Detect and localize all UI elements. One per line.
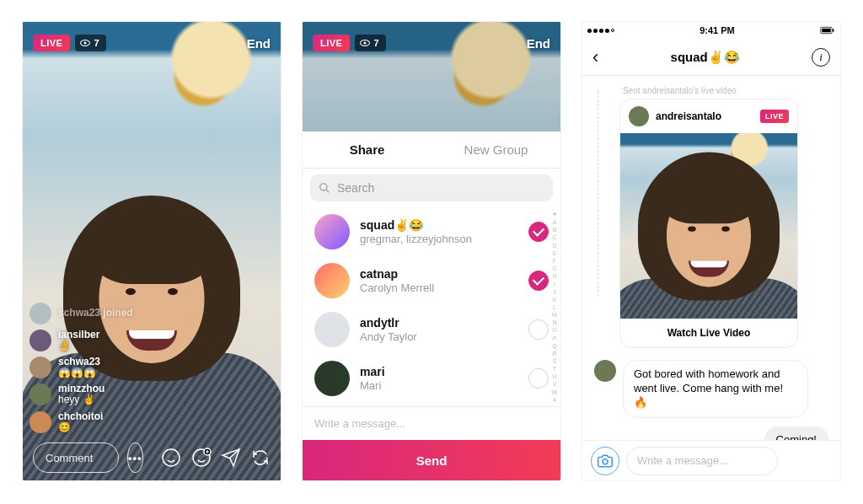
search-placeholder: Search	[337, 181, 374, 195]
index-letter[interactable]: F	[550, 258, 559, 264]
card-username: andreisantalo	[656, 110, 721, 122]
back-button[interactable]: ‹	[592, 46, 598, 68]
live-badge: LIVE	[33, 35, 70, 51]
switch-camera-icon[interactable]	[249, 447, 271, 469]
live-comment: chchoitoi😊	[29, 411, 133, 433]
viewer-count-value: 7	[373, 38, 378, 48]
avatar	[29, 357, 51, 378]
comment-user: chchoitoi	[58, 411, 103, 422]
svg-point-13	[791, 457, 794, 460]
recipient-row[interactable]: mariMari	[303, 354, 560, 403]
viewer-count[interactable]: 7	[75, 35, 105, 51]
viewer-count[interactable]: 7	[355, 35, 385, 51]
recipient-row[interactable]: squad✌️😂gregmar, lizzeyjohnson	[303, 207, 560, 256]
live-top-bar: LIVE 7 End	[303, 22, 560, 64]
live-top-bar: LIVE 7 End	[23, 22, 281, 64]
recipient-checkbox[interactable]	[528, 222, 549, 242]
avatar	[29, 303, 51, 324]
recipient-checkbox[interactable]	[528, 368, 549, 389]
info-button[interactable]: i	[812, 48, 830, 67]
index-letter[interactable]: P	[550, 335, 559, 341]
avatar	[314, 312, 350, 347]
recipient-name: andytlr	[360, 316, 518, 330]
index-letter[interactable]: I	[550, 281, 559, 287]
status-bar: 9:41 PM	[582, 22, 840, 39]
comment-input[interactable]: Comment	[33, 442, 119, 473]
avatar	[314, 263, 350, 298]
index-letter[interactable]: R	[550, 351, 559, 357]
live-comment: minzzhouheyy ✌️	[29, 383, 133, 405]
dm-message: Got bored with homework and went live. C…	[594, 360, 828, 418]
index-letter[interactable]: O	[550, 327, 559, 333]
share-sheet-screen: LIVE 7 End Share New Group Search ★ABCDE…	[303, 22, 560, 480]
svg-point-4	[198, 456, 199, 457]
face-filter-add-icon[interactable]	[190, 447, 212, 469]
dm-body: Sent andreisantalo's live video andreisa…	[582, 76, 840, 440]
live-video-card[interactable]: andreisantalo LIVE Watch Live Video	[619, 99, 798, 348]
live-comment-stream: schwa23 joinediansilber✌️schwa23😱😱😱minzz…	[29, 303, 133, 434]
status-bar-time: 9:41 PM	[700, 25, 735, 35]
index-letter[interactable]: M	[550, 312, 559, 318]
svg-point-7	[320, 184, 327, 190]
search-icon	[319, 182, 330, 194]
gallery-icon[interactable]	[785, 451, 805, 471]
index-letter[interactable]: C	[550, 234, 559, 240]
index-letter[interactable]: D	[550, 243, 559, 249]
heart-icon[interactable]	[812, 451, 832, 471]
index-letter[interactable]: ★	[550, 211, 559, 217]
end-button[interactable]: End	[247, 36, 271, 51]
index-letter[interactable]: V	[550, 381, 559, 387]
index-letter[interactable]: K	[550, 297, 559, 303]
recipient-checkbox[interactable]	[528, 319, 549, 340]
search-input[interactable]: Search	[310, 174, 553, 201]
recipient-row[interactable]: justinaguilarJustin Aguilar	[303, 403, 560, 406]
message-bubble: Got bored with homework and went live. C…	[623, 360, 808, 418]
camera-button[interactable]	[591, 447, 619, 475]
end-button[interactable]: End	[527, 36, 550, 51]
avatar	[594, 360, 616, 382]
index-letter[interactable]: H	[550, 273, 559, 279]
dm-thread-screen: 9:41 PM ‹ squad✌️😂 i Sent andreisantalo'…	[582, 22, 840, 480]
share-icon[interactable]	[221, 448, 241, 468]
more-button[interactable]: •••	[127, 442, 143, 473]
live-badge: LIVE	[313, 35, 350, 51]
recipient-row[interactable]: andytlrAndy Taylor	[303, 305, 560, 354]
tab-share[interactable]: Share	[303, 131, 432, 168]
index-letter[interactable]: U	[550, 373, 559, 379]
message-input[interactable]: Write a message...	[303, 406, 560, 440]
recipient-sub: Andy Taylor	[360, 330, 518, 344]
index-letter[interactable]: #	[550, 397, 559, 403]
index-letter[interactable]: T	[550, 366, 559, 372]
index-letter[interactable]: N	[550, 319, 559, 325]
share-sheet-tabs: Share New Group	[303, 131, 560, 169]
recipient-row[interactable]: catnapCarolyn Merrell	[303, 256, 560, 305]
recipient-sub: gregmar, lizzeyjohnson	[360, 233, 518, 246]
compose-input[interactable]: Write a message...	[626, 447, 778, 475]
index-letter[interactable]: A	[550, 219, 559, 225]
avatar	[29, 411, 51, 433]
index-letter[interactable]: S	[550, 358, 559, 364]
thread-title: squad✌️😂	[671, 50, 740, 65]
index-letter[interactable]: Q	[550, 343, 559, 349]
alphabet-index[interactable]: ★ABCDEFGHIJKLMNOPQRSTUVW#	[550, 211, 559, 403]
comment-text: ✌️	[58, 340, 99, 351]
dm-header: ‹ squad✌️😂 i	[582, 39, 840, 76]
sent-label: Sent andreisantalo's live video	[594, 86, 828, 95]
recipient-checkbox[interactable]	[528, 271, 549, 291]
index-letter[interactable]: G	[550, 265, 559, 271]
index-letter[interactable]: W	[550, 389, 559, 395]
avatar	[314, 214, 350, 249]
recipient-name: catnap	[360, 267, 518, 281]
live-comment: schwa23 joined	[29, 303, 133, 324]
svg-point-2	[174, 456, 174, 457]
recipient-sub: Mari	[360, 379, 518, 393]
comment-text: 😱😱😱	[58, 367, 100, 378]
index-letter[interactable]: L	[550, 304, 559, 310]
index-letter[interactable]: J	[550, 289, 559, 295]
index-letter[interactable]: B	[550, 227, 559, 233]
index-letter[interactable]: E	[550, 250, 559, 256]
send-button[interactable]: Send	[303, 440, 560, 480]
live-comment: iansilber✌️	[29, 330, 133, 351]
face-filter-icon[interactable]	[160, 447, 182, 469]
tab-new-group[interactable]: New Group	[432, 131, 560, 168]
